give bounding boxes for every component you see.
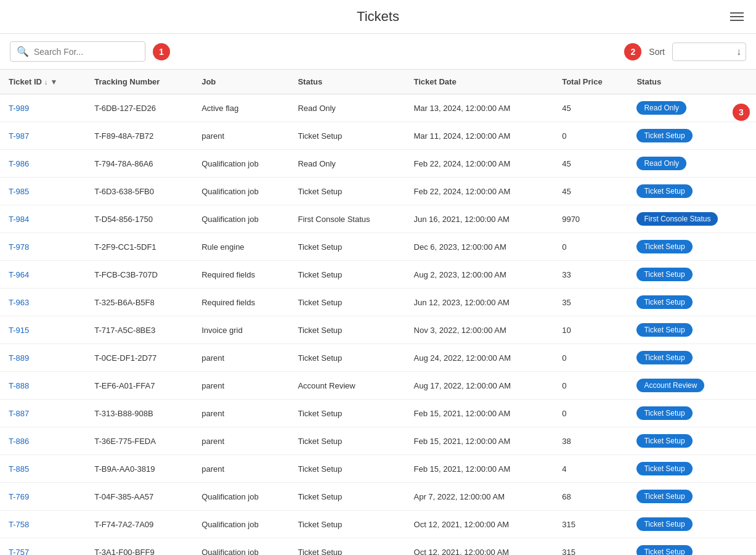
ticket-id-link[interactable]: T-758 [9, 520, 29, 529]
cell-price: 0 [553, 400, 628, 427]
cell-status: Ticket Setup [289, 455, 405, 483]
badge-2[interactable]: 2 [624, 43, 641, 60]
status-badge[interactable]: Ticket Setup [636, 351, 692, 364]
cell-status-badge: Ticket Setup [628, 122, 756, 150]
ticket-id-link[interactable]: T-963 [9, 298, 29, 307]
cell-tracking: T-F89-48A-7B72 [86, 122, 193, 150]
cell-job: parent [193, 122, 289, 150]
cell-ticket-id: T-888 [0, 372, 86, 400]
badge-3[interactable]: 3 [733, 104, 750, 121]
cell-job: parent [193, 372, 289, 400]
col-ticket-id-label: Ticket ID [9, 77, 42, 86]
ticket-id-link[interactable]: T-986 [9, 159, 29, 168]
ticket-id-link[interactable]: T-885 [9, 464, 29, 474]
status-badge[interactable]: Ticket Setup [636, 295, 692, 309]
cell-date: Feb 15, 2021, 12:00:00 AM [405, 400, 554, 427]
cell-ticket-id: T-889 [0, 344, 86, 372]
cell-ticket-id: T-769 [0, 483, 86, 511]
cell-price: 0 [553, 372, 628, 400]
cell-status: Ticket Setup [289, 538, 405, 556]
cell-ticket-id: T-989 [0, 94, 86, 122]
cell-date: Mar 13, 2024, 12:00:00 AM [405, 94, 554, 122]
cell-price: 35 [553, 289, 628, 316]
table-row: T-978 T-2F9-CC1-5DF1 Rule engine Ticket … [0, 233, 756, 261]
status-badge[interactable]: Read Only [636, 157, 686, 170]
cell-price: 33 [553, 261, 628, 289]
cell-status-badge: Ticket Setup [628, 483, 756, 511]
status-badge[interactable]: Ticket Setup [636, 406, 692, 420]
cell-price: 0 [553, 122, 628, 150]
col-job: Job [193, 70, 289, 94]
cell-job: Qualification job [193, 178, 289, 205]
ticket-id-link[interactable]: T-989 [9, 104, 29, 113]
ticket-id-link[interactable]: T-915 [9, 326, 29, 335]
ticket-id-link[interactable]: T-985 [9, 187, 29, 196]
cell-price: 38 [553, 427, 628, 455]
cell-status: Ticket Setup [289, 427, 405, 455]
cell-status-badge: Read Only [628, 150, 756, 178]
ticket-id-link[interactable]: T-888 [9, 381, 29, 390]
table-row: T-985 T-6D3-638-5FB0 Qualification job T… [0, 178, 756, 205]
status-badge[interactable]: Read Only [636, 101, 686, 115]
ticket-id-link[interactable]: T-889 [9, 353, 29, 363]
cell-status: Read Only [289, 150, 405, 178]
sort-down-icon[interactable]: ↓ [44, 78, 48, 86]
cell-tracking: T-0CE-DF1-2D77 [86, 344, 193, 372]
cell-job: Required fields [193, 289, 289, 316]
status-badge[interactable]: Ticket Setup [636, 240, 692, 253]
cell-job: Invoice grid [193, 316, 289, 344]
cell-status: Ticket Setup [289, 122, 405, 150]
cell-ticket-id: T-985 [0, 178, 86, 205]
status-badge[interactable]: Ticket Setup [636, 517, 692, 531]
cell-ticket-id: T-963 [0, 289, 86, 316]
cell-date: Jun 12, 2023, 12:00:00 AM [405, 289, 554, 316]
cell-ticket-id: T-757 [0, 538, 86, 556]
cell-status: Account Review [289, 372, 405, 400]
cell-tracking: T-F74-7A2-7A09 [86, 511, 193, 538]
cell-tracking: T-2F9-CC1-5DF1 [86, 233, 193, 261]
status-badge[interactable]: Ticket Setup [636, 184, 692, 198]
cell-job: Active flag [193, 94, 289, 122]
status-badge[interactable]: Ticket Setup [636, 129, 692, 142]
cell-ticket-id: T-986 [0, 150, 86, 178]
menu-icon[interactable] [730, 12, 744, 21]
col-status-badge: Status [628, 70, 756, 94]
status-badge[interactable]: First Console Status [636, 212, 718, 226]
page-header: Tickets [0, 0, 756, 34]
search-icon: 🔍 [17, 46, 29, 57]
status-badge[interactable]: Ticket Setup [636, 323, 692, 337]
cell-status: Read Only [289, 94, 405, 122]
cell-status-badge: Ticket Setup [628, 261, 756, 289]
cell-price: 0 [553, 233, 628, 261]
filter-icon[interactable]: ▼ [50, 78, 57, 86]
ticket-id-link[interactable]: T-887 [9, 409, 29, 418]
ticket-id-link[interactable]: T-978 [9, 242, 29, 252]
status-badge[interactable]: Ticket Setup [636, 268, 692, 281]
table-row: T-758 T-F74-7A2-7A09 Qualification job T… [0, 511, 756, 538]
ticket-id-link[interactable]: T-987 [9, 131, 29, 141]
cell-date: Oct 12, 2021, 12:00:00 AM [405, 511, 554, 538]
cell-tracking: T-6DB-127-ED26 [86, 94, 193, 122]
table-row: T-915 T-717-A5C-8BE3 Invoice grid Ticket… [0, 316, 756, 344]
search-input[interactable] [34, 47, 139, 57]
cell-status-badge: First Console Status [628, 205, 756, 233]
cell-status-badge: Ticket Setup [628, 400, 756, 427]
status-badge[interactable]: Ticket Setup [636, 490, 692, 503]
status-badge[interactable]: Account Review [636, 379, 704, 392]
cell-tracking: T-3A1-F00-BFF9 [86, 538, 193, 556]
cell-status: Ticket Setup [289, 289, 405, 316]
ticket-id-link[interactable]: T-886 [9, 437, 29, 446]
status-badge[interactable]: Ticket Setup [636, 545, 692, 555]
table-row: T-986 T-794-78A-86A6 Qualification job R… [0, 150, 756, 178]
ticket-id-link[interactable]: T-769 [9, 492, 29, 501]
status-badge[interactable]: Ticket Setup [636, 434, 692, 448]
ticket-id-link[interactable]: T-964 [9, 270, 29, 279]
cell-tracking: T-794-78A-86A6 [86, 150, 193, 178]
badge-1[interactable]: 1 [153, 43, 170, 60]
ticket-id-link[interactable]: T-757 [9, 548, 29, 556]
cell-date: Mar 11, 2024, 12:00:00 AM [405, 122, 554, 150]
cell-date: Apr 7, 2022, 12:00:00 AM [405, 483, 554, 511]
sort-select[interactable] [672, 43, 746, 61]
ticket-id-link[interactable]: T-984 [9, 215, 29, 224]
status-badge[interactable]: Ticket Setup [636, 462, 692, 475]
